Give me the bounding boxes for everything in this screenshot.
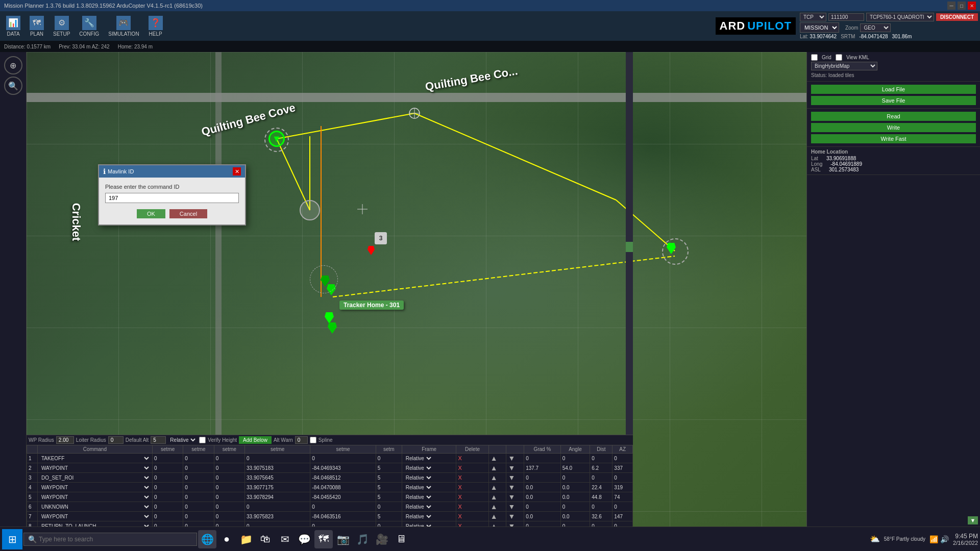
row-cmd[interactable]: WAYPOINT: [37, 492, 152, 502]
row-v2[interactable]: [183, 512, 214, 521]
taskbar-explorer-icon[interactable]: 📁: [237, 530, 255, 548]
row-v1[interactable]: [152, 454, 183, 463]
grid-checkbox[interactable]: [811, 54, 818, 61]
row-v1[interactable]: [152, 502, 183, 512]
row-down[interactable]: ▼: [506, 492, 524, 502]
row-v3[interactable]: [214, 483, 244, 492]
search-input[interactable]: [39, 536, 182, 543]
waypoint-marker-1[interactable]: ▼: [268, 131, 285, 147]
geo-select[interactable]: GEO: [860, 23, 891, 32]
row-up[interactable]: ▲: [488, 473, 506, 483]
row-v5[interactable]: [310, 473, 376, 483]
row-v4[interactable]: [245, 473, 310, 483]
row-v5[interactable]: [310, 463, 376, 473]
spline-check[interactable]: [310, 437, 316, 443]
row-v5[interactable]: [310, 483, 376, 492]
row-frame[interactable]: Relative: [402, 473, 456, 483]
row-v1[interactable]: [152, 463, 183, 473]
row-v3[interactable]: [214, 463, 244, 473]
command-id-input[interactable]: [105, 193, 239, 203]
row-delete[interactable]: X: [456, 512, 488, 521]
row-v6[interactable]: [376, 463, 402, 473]
row-v3[interactable]: [214, 473, 244, 483]
row-v5[interactable]: [310, 454, 376, 463]
row-v3[interactable]: [214, 512, 244, 521]
connection-type-select[interactable]: TCPUDPSerial: [800, 13, 826, 21]
taskbar-chrome-icon[interactable]: ●: [217, 530, 236, 548]
row-v6[interactable]: [376, 473, 402, 483]
row-v6[interactable]: [376, 521, 402, 527]
cmd-select-2[interactable]: DO_SET_ROI: [39, 474, 151, 481]
row-v2[interactable]: [183, 521, 214, 527]
minimize-button[interactable]: ─: [947, 2, 955, 10]
row-cmd[interactable]: TAKEOFF: [37, 454, 152, 463]
row-v3[interactable]: [214, 502, 244, 512]
row-cmd[interactable]: WAYPOINT: [37, 463, 152, 473]
row-v2[interactable]: [183, 483, 214, 492]
row-v2[interactable]: [183, 463, 214, 473]
cmd-select-1[interactable]: WAYPOINT: [39, 465, 151, 471]
row-v5[interactable]: [310, 521, 376, 527]
row-delete[interactable]: X: [456, 454, 488, 463]
row-delete[interactable]: X: [456, 492, 488, 502]
row-up[interactable]: ▲: [488, 483, 506, 492]
row-delete[interactable]: X: [456, 502, 488, 512]
cmd-select-4[interactable]: WAYPOINT: [39, 494, 151, 500]
row-v5[interactable]: [310, 502, 376, 512]
row-v6[interactable]: [376, 454, 402, 463]
taskbar-maps-icon[interactable]: 🗺: [314, 530, 333, 548]
menu-item-data[interactable]: 📊DATA: [2, 14, 24, 39]
row-frame[interactable]: Relative: [402, 492, 456, 502]
mission-table-scroll[interactable]: Command setme setme setme setme setme se…: [27, 445, 633, 527]
row-delete[interactable]: X: [456, 473, 488, 483]
row-v1[interactable]: [152, 483, 183, 492]
map-area[interactable]: Quilting Bee Cove Quilting Bee Co... Cri…: [27, 52, 806, 527]
verify-height-check[interactable]: [199, 437, 206, 443]
row-v5[interactable]: [310, 512, 376, 521]
frame-select-2[interactable]: Relative: [404, 474, 433, 481]
frame-select-5[interactable]: Relative: [404, 504, 433, 510]
red-pin-marker[interactable]: [368, 246, 375, 255]
row-v5[interactable]: [310, 492, 376, 502]
row-v3[interactable]: [214, 521, 244, 527]
maximize-button[interactable]: □: [958, 2, 966, 10]
row-v1[interactable]: [152, 492, 183, 502]
taskbar-extra1-icon[interactable]: 📷: [334, 530, 352, 548]
row-frame[interactable]: Relative: [402, 521, 456, 527]
row-down[interactable]: ▼: [506, 502, 524, 512]
green-pin-right[interactable]: [667, 243, 676, 254]
taskbar-extra2-icon[interactable]: 🎵: [353, 530, 372, 548]
frame-select-4[interactable]: Relative: [404, 494, 433, 500]
dialog-close-button[interactable]: ✕: [233, 167, 241, 176]
nav-icon-2[interactable]: 🔍: [4, 77, 22, 95]
nav-icon-1[interactable]: ⊕: [4, 56, 22, 74]
row-v2[interactable]: [183, 492, 214, 502]
row-down[interactable]: ▼: [506, 463, 524, 473]
row-v6[interactable]: [376, 512, 402, 521]
menu-item-config[interactable]: 🔧CONFIG: [75, 14, 103, 39]
row-up[interactable]: ▲: [488, 502, 506, 512]
row-v2[interactable]: [183, 454, 214, 463]
close-button[interactable]: ✕: [968, 2, 976, 10]
viewkml-checkbox[interactable]: [836, 54, 842, 61]
cmd-select-3[interactable]: WAYPOINT: [39, 484, 151, 491]
row-cmd[interactable]: RETURN_TO_LAUNCH: [37, 521, 152, 527]
menu-item-help[interactable]: ❓HELP: [144, 14, 167, 39]
save-file-button[interactable]: Save File: [811, 96, 976, 105]
frame-select-7[interactable]: Relative: [404, 523, 433, 527]
row-frame[interactable]: Relative: [402, 463, 456, 473]
row-up[interactable]: ▲: [488, 521, 506, 527]
relative-select[interactable]: Relative: [168, 437, 197, 443]
cmd-select-6[interactable]: WAYPOINT: [39, 513, 151, 520]
start-button[interactable]: ⊞: [2, 529, 22, 549]
row-cmd[interactable]: WAYPOINT: [37, 483, 152, 492]
menu-item-simulation[interactable]: 🎮SIMULATION: [104, 14, 143, 39]
row-down[interactable]: ▼: [506, 454, 524, 463]
row-v3[interactable]: [214, 454, 244, 463]
row-down[interactable]: ▼: [506, 483, 524, 492]
taskbar-extra3-icon[interactable]: 🎥: [373, 530, 391, 548]
row-v4[interactable]: [245, 483, 310, 492]
row-v4[interactable]: [245, 512, 310, 521]
frame-select-3[interactable]: Relative: [404, 484, 433, 491]
row-v4[interactable]: [245, 463, 310, 473]
